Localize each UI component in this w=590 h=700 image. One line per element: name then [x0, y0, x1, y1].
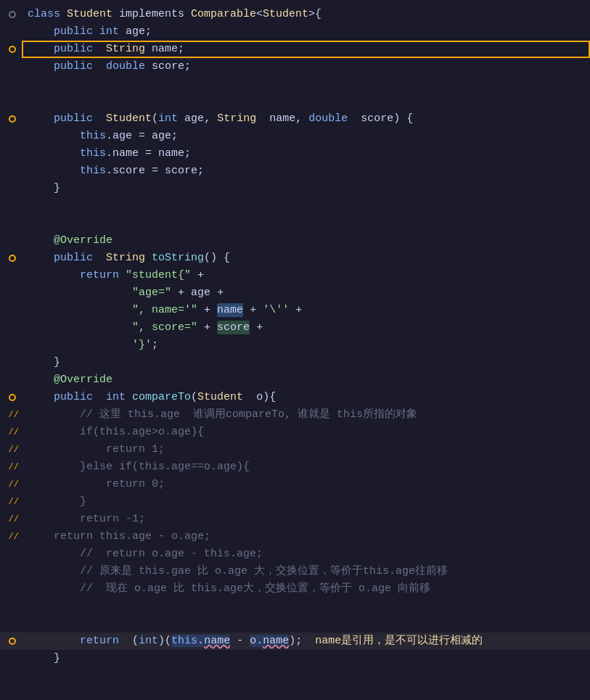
line-gutter	[0, 93, 22, 110]
line-text: public double score;	[22, 58, 590, 75]
code-line: // }else if(this.age==o.age){	[0, 458, 590, 476]
line-gutter: //	[0, 511, 22, 528]
line-gutter	[0, 598, 22, 615]
line-gutter	[0, 180, 22, 197]
line-text: }	[22, 180, 590, 197]
code-line: ", name='" + name + '\'' +	[0, 302, 590, 319]
code-line: this.age = age;	[0, 128, 590, 145]
line-gutter	[0, 633, 22, 650]
line-text: return this.age - o.age;	[22, 528, 590, 545]
line-gutter	[0, 650, 22, 667]
line-text: this.score = score;	[22, 162, 590, 180]
line-text: @Override	[22, 232, 590, 250]
line-text: return 1;	[22, 441, 590, 458]
line-gutter	[0, 580, 22, 598]
code-line: // return this.age - o.age;	[0, 528, 590, 545]
line-gutter	[0, 128, 22, 145]
code-line: // return o.age - this.age;	[0, 545, 590, 563]
line-gutter: //	[0, 476, 22, 493]
code-line: ", score=" + score +	[0, 319, 590, 337]
line-gutter	[0, 162, 22, 180]
line-gutter	[0, 615, 22, 633]
line-gutter	[0, 75, 22, 93]
line-text: return (int)(this.name - o.name); name是引…	[22, 633, 590, 650]
line-text: class Student implements Comparable<Stud…	[22, 6, 590, 23]
code-line: // 现在 o.age 比 this.age大，交换位置，等价于 o.age 向…	[0, 580, 590, 598]
line-gutter	[0, 267, 22, 284]
line-gutter: //	[0, 458, 22, 476]
code-line: this.name = name;	[0, 145, 590, 162]
line-text: }	[22, 650, 590, 667]
code-line: @Override	[0, 232, 590, 250]
line-text: // 现在 o.age 比 this.age大，交换位置，等价于 o.age 向…	[22, 580, 590, 598]
line-text: return "student{" +	[22, 267, 590, 284]
line-text: "age=" + age +	[22, 284, 590, 302]
line-text	[22, 215, 590, 232]
code-line: public String toString() {	[0, 250, 590, 267]
line-text: }	[22, 493, 590, 511]
line-text	[22, 615, 590, 633]
code-line: public int age;	[0, 23, 590, 41]
code-line	[0, 197, 590, 215]
code-line	[0, 75, 590, 93]
line-gutter	[0, 23, 22, 41]
line-gutter	[0, 337, 22, 354]
code-editor: class Student implements Comparable<Stud…	[0, 0, 590, 700]
code-line: // return 0;	[0, 476, 590, 493]
line-text: // return o.age - this.age;	[22, 545, 590, 563]
line-gutter	[0, 215, 22, 232]
line-gutter: //	[0, 441, 22, 458]
line-gutter	[0, 371, 22, 389]
line-gutter	[0, 302, 22, 319]
code-line: return "student{" +	[0, 267, 590, 284]
code-line	[0, 93, 590, 110]
line-gutter	[0, 145, 22, 162]
line-text	[22, 598, 590, 615]
line-text: public int compareTo(Student o){	[22, 389, 590, 406]
line-text: ", score=" + score +	[22, 319, 590, 337]
code-line	[0, 615, 590, 633]
line-text	[22, 93, 590, 110]
code-line: this.score = score;	[0, 162, 590, 180]
line-gutter	[0, 41, 22, 58]
line-text: '}';	[22, 337, 590, 354]
line-text	[22, 75, 590, 93]
code-line: // 原来是 this.gae 比 o.age 大，交换位置，等价于this.a…	[0, 563, 590, 580]
line-gutter	[0, 232, 22, 250]
line-gutter: //	[0, 424, 22, 441]
code-line: '}';	[0, 337, 590, 354]
line-gutter	[0, 250, 22, 267]
code-line	[0, 598, 590, 615]
line-gutter: //	[0, 528, 22, 545]
line-text: return -1;	[22, 511, 590, 528]
line-text: public int age;	[22, 23, 590, 41]
code-line: @Override	[0, 371, 590, 389]
line-text: // 原来是 this.gae 比 o.age 大，交换位置，等价于this.a…	[22, 563, 590, 580]
line-text: }	[22, 354, 590, 371]
code-line: // return -1;	[0, 511, 590, 528]
line-text: return 0;	[22, 476, 590, 493]
code-line: }	[0, 650, 590, 667]
line-text: this.name = name;	[22, 145, 590, 162]
line-gutter: //	[0, 493, 22, 511]
code-line: "age=" + age +	[0, 284, 590, 302]
line-gutter	[0, 6, 22, 23]
line-text: ", name='" + name + '\'' +	[22, 302, 590, 319]
code-line: public int compareTo(Student o){	[0, 389, 590, 406]
line-text: // 这里 this.age 谁调用compareTo, 谁就是 this所指的…	[22, 406, 590, 424]
code-line: // // 这里 this.age 谁调用compareTo, 谁就是 this…	[0, 406, 590, 424]
line-text: this.age = age;	[22, 128, 590, 145]
code-line: // if(this.age>o.age){	[0, 424, 590, 441]
code-line: public double score;	[0, 58, 590, 75]
line-gutter	[0, 110, 22, 128]
line-gutter	[0, 545, 22, 563]
code-line: // }	[0, 493, 590, 511]
line-gutter	[0, 389, 22, 406]
code-line: class Student implements Comparable<Stud…	[0, 6, 590, 23]
line-gutter	[0, 284, 22, 302]
line-gutter	[0, 354, 22, 371]
code-line: }	[0, 354, 590, 371]
line-text: public String name;	[22, 41, 590, 58]
line-text: public String toString() {	[22, 250, 590, 267]
line-gutter	[0, 58, 22, 75]
